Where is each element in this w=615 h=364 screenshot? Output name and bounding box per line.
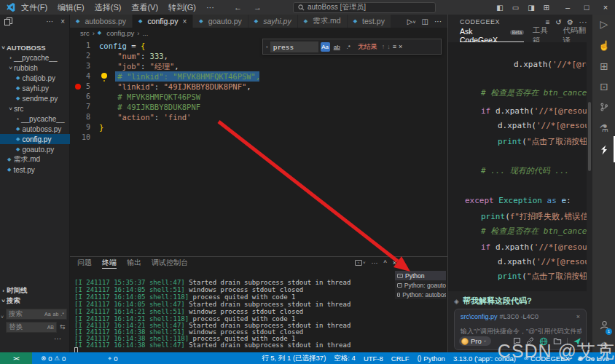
breadcrumb[interactable]: src › ◆ config.py › ...: [70, 28, 447, 38]
encoding-status[interactable]: UTF-8: [364, 355, 383, 363]
tab-goauto[interactable]: ◆goauto.py: [193, 15, 248, 28]
regex-icon[interactable]: .*: [344, 42, 353, 52]
history-icon[interactable]: ↺: [555, 18, 562, 26]
explorer-close-icon[interactable]: ×: [60, 17, 65, 25]
search-more-icon[interactable]: ···: [54, 335, 61, 343]
whole-word-icon[interactable]: ab: [332, 42, 342, 52]
close-tab-icon[interactable]: ×: [182, 17, 187, 25]
nav-back-icon[interactable]: ←: [234, 3, 242, 12]
close-window-button[interactable]: ×: [596, 3, 615, 12]
tab-ask-codegeex[interactable]: Ask CodeGeeXBeta: [460, 30, 524, 42]
find-previous-icon[interactable]: ↑: [382, 43, 385, 50]
nav-forward-icon[interactable]: →: [254, 3, 262, 12]
preserve-case-icon[interactable]: AB: [47, 325, 54, 330]
remote-explorer-icon[interactable]: ⊡: [592, 81, 615, 92]
toggle-secondary-sidebar-icon[interactable]: ◨: [528, 4, 534, 12]
menu-goto[interactable]: 转到(G): [168, 2, 196, 13]
menu-more[interactable]: ···: [206, 3, 214, 12]
terminal-item-autoboss[interactable]: >Python: autoboss: [395, 290, 446, 299]
tree-item-chatjob[interactable]: ◆chatjob.py: [0, 73, 70, 83]
remove-context-icon[interactable]: ×: [576, 313, 580, 320]
match-case-icon[interactable]: Aa: [44, 312, 51, 317]
tab-test[interactable]: ◆test.py: [348, 15, 391, 28]
explorer-more-icon[interactable]: ···: [46, 17, 53, 25]
context-chip-file[interactable]: src\config.py: [461, 313, 498, 320]
tree-item-src-pycache[interactable]: ›__pycache__: [0, 114, 70, 124]
lightbulb-icon[interactable]: [101, 73, 107, 79]
tree-item-autoboss[interactable]: ◆autoboss.py: [0, 124, 70, 134]
tree-item-goauto[interactable]: ◆goauto.py: [0, 144, 70, 154]
whole-word-icon[interactable]: ab: [53, 312, 59, 317]
menu-edit[interactable]: 编辑(E): [58, 2, 85, 13]
regex-icon[interactable]: .*: [60, 312, 64, 317]
tab-config-active[interactable]: ◆config.py×: [133, 15, 193, 28]
code-editor[interactable]: 1config = { 2 "num": 333, 3 "job": "经理",…: [70, 38, 447, 256]
tree-item-src[interactable]: ˅src: [0, 103, 70, 114]
find-next-icon[interactable]: ↓: [387, 43, 391, 50]
menu-file[interactable]: 文件(F): [21, 2, 47, 13]
tree-item-config-selected[interactable]: ◆config.py: [0, 134, 70, 144]
match-case-icon[interactable]: Aa: [321, 42, 330, 52]
find-input[interactable]: press: [270, 41, 318, 52]
close-find-icon[interactable]: ×: [399, 43, 402, 50]
tree-item-requirements-md[interactable]: ◆需求.md: [0, 154, 70, 165]
toggle-sidebar-icon[interactable]: ◧: [496, 4, 503, 12]
problems-status[interactable]: ⊗0 ⚠0: [41, 355, 66, 363]
testing-flask-icon[interactable]: ⚗: [592, 122, 615, 134]
source-control-icon[interactable]: [592, 102, 615, 114]
model-selector[interactable]: Pro ˅: [459, 336, 491, 346]
run-python-file-icon[interactable]: ▷˅: [407, 17, 416, 25]
terminal-item-python[interactable]: >Python: [395, 271, 446, 280]
explorer-root-folder[interactable]: ˅ AUTOBOSS: [0, 42, 70, 52]
ports-status[interactable]: ⌖0: [108, 355, 117, 363]
tab-autoboss[interactable]: ◆autoboss.py: [70, 15, 133, 28]
run-debug-icon[interactable]: ▷: [592, 18, 615, 30]
tab-requirements-md[interactable]: ◆需求.md: [298, 15, 348, 28]
tree-item-pycache[interactable]: ›__pycache__: [0, 52, 70, 63]
toggle-replace-icon[interactable]: ›: [266, 44, 268, 50]
tree-item-sayhi[interactable]: ◆sayhi.py: [0, 83, 70, 93]
editor-more-actions-icon[interactable]: ···: [434, 17, 442, 25]
panel-tab-problems[interactable]: 问题: [77, 258, 92, 268]
panel-tab-debug-console[interactable]: 调试控制台: [152, 258, 188, 268]
command-center-search[interactable]: autoBoss [管理员]: [293, 2, 436, 13]
suggested-question[interactable]: ◈ 帮我解释这段代码?: [454, 296, 532, 306]
minimize-button[interactable]: –: [558, 3, 577, 12]
eol-status[interactable]: CRLF: [391, 355, 410, 363]
tree-item-sendme[interactable]: ◆sendme.py: [0, 93, 70, 103]
tree-item-test[interactable]: ◆test.py: [0, 165, 70, 175]
list-icon[interactable]: ≡: [546, 18, 550, 26]
tree-item-rubbish[interactable]: ˅rubbish: [0, 63, 70, 73]
cursor-position-status[interactable]: 行 5, 列 1 (已选择37): [262, 354, 326, 363]
toggle-replace-icon[interactable]: ˅: [1, 314, 4, 320]
terminal-more-icon[interactable]: ···: [372, 259, 378, 266]
panel-scrollbar[interactable]: [588, 102, 591, 171]
panel-tab-output[interactable]: 输出: [127, 258, 141, 268]
maximize-button[interactable]: □: [577, 3, 596, 12]
replace-all-icon[interactable]: ⇆: [60, 323, 66, 331]
tab-sayhi[interactable]: ◆sayhi.py: [248, 15, 298, 28]
close-panel-icon[interactable]: ×: [393, 259, 396, 266]
hand-pointer-icon[interactable]: ☝: [592, 40, 615, 51]
menu-selection[interactable]: 选择(S): [95, 2, 122, 13]
indentation-status[interactable]: 空格: 4: [334, 354, 356, 363]
toggle-panel-icon[interactable]: ▭: [512, 4, 519, 12]
timeline-section-header[interactable]: ›时间线: [0, 285, 70, 296]
terminal-item-goauto[interactable]: >Python: goauto: [395, 280, 446, 290]
menu-view[interactable]: 查看(V): [131, 2, 158, 13]
maximize-panel-icon[interactable]: ^: [384, 259, 387, 266]
search-section-header[interactable]: ˅搜索: [0, 296, 70, 306]
new-terminal-icon[interactable]: >˅: [355, 260, 366, 266]
language-mode-status[interactable]: ()Python: [418, 355, 445, 363]
panel-tab-terminal[interactable]: 终端: [102, 258, 117, 269]
customize-layout-icon[interactable]: ⊞: [544, 4, 549, 12]
panel-more-icon[interactable]: ···: [579, 18, 588, 26]
sidebar-search-input[interactable]: 搜索 Aa ab .*: [6, 309, 67, 320]
split-editor-icon[interactable]: ◫: [422, 17, 428, 25]
sidebar-replace-input[interactable]: 替换 AB: [6, 322, 57, 333]
remote-indicator[interactable]: ><: [0, 352, 32, 364]
extensions-icon[interactable]: ⊞: [592, 60, 615, 72]
find-in-selection-icon[interactable]: ≡: [393, 43, 396, 50]
settings-gear-icon[interactable]: ⚙: [567, 18, 573, 26]
codegeex-activity-icon[interactable]: [592, 144, 615, 158]
